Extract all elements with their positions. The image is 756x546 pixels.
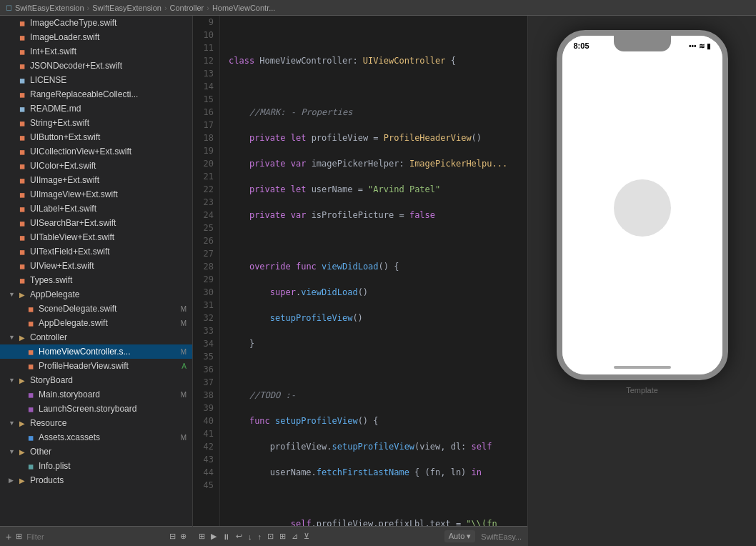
- file-MainStoryboard[interactable]: ◼ Main.storyboard M: [0, 387, 192, 402]
- folder-icon: ▶: [17, 475, 27, 485]
- group-products[interactable]: ▶ ▶ Products: [0, 473, 192, 487]
- swift-file-icon: ◼: [17, 247, 27, 257]
- editor-toolbar-icon-grid[interactable]: ⊞: [199, 532, 205, 541]
- file-JSONDecoderExt[interactable]: ◼ JSONDecoder+Ext.swift: [0, 59, 192, 73]
- group-name: StoryBoard: [30, 375, 73, 385]
- file-name: String+Ext.swift: [30, 118, 89, 128]
- file-Assets[interactable]: ◼ Assets.xcassets M: [0, 430, 192, 445]
- breadcrumb-bar: ◻ SwiftEasyExtension › SwiftEasyExtensio…: [0, 0, 756, 16]
- file-name: RangeReplaceableCollecti...: [30, 89, 138, 99]
- group-storyboard[interactable]: ▼ ▶ StoryBoard: [0, 373, 192, 387]
- editor-toolbar-icon-down[interactable]: ↓: [248, 532, 252, 541]
- file-name: ProfileHeaderView.swift: [39, 361, 129, 371]
- swift-file-icon: ◼: [17, 275, 27, 285]
- file-name: UICollectionView+Ext.swift: [30, 147, 131, 157]
- file-RangeReplace[interactable]: ◼ RangeReplaceableCollecti...: [0, 87, 192, 101]
- chevron-down-icon: ▼: [9, 334, 16, 341]
- file-SceneDelegate[interactable]: ◼ SceneDelegate.swift M: [0, 302, 192, 316]
- add-group-button[interactable]: ⊕: [180, 532, 186, 541]
- editor-toolbar-icon-up[interactable]: ↑: [258, 532, 262, 541]
- editor-toolbar-icon-filter[interactable]: ⊻: [304, 532, 309, 541]
- file-name: UIImage+Ext.swift: [30, 175, 99, 185]
- wifi-icon: ≋: [699, 42, 705, 50]
- swift-file-icon: ◼: [17, 118, 27, 128]
- file-IntExt[interactable]: ◼ Int+Ext.swift: [0, 44, 192, 59]
- file-name: UITextField+Ext.swift: [30, 247, 110, 257]
- file-README[interactable]: ◼ README.md: [0, 101, 192, 116]
- file-name: SceneDelegate.swift: [39, 304, 116, 314]
- swift-file-icon: ◼: [17, 161, 27, 171]
- auto-selector[interactable]: Auto ▾: [444, 530, 476, 542]
- file-InfoPlist[interactable]: ◼ Info.plist: [0, 459, 192, 473]
- file-name: UIImageView+Ext.swift: [30, 189, 118, 199]
- file-UIColorExt[interactable]: ◼ UIColor+Ext.swift: [0, 159, 192, 173]
- file-StringExt[interactable]: ◼ String+Ext.swift: [0, 116, 192, 130]
- file-UIImageExt[interactable]: ◼ UIImage+Ext.swift: [0, 173, 192, 187]
- folder-icon: ▶: [17, 418, 27, 428]
- breadcrumb-part-3: Controller: [170, 4, 204, 12]
- swift-file-icon: ◼: [17, 232, 27, 242]
- file-UITableViewExt[interactable]: ◼ UITableView+Ext.swift: [0, 230, 192, 244]
- file-HomeViewController[interactable]: ◼ HomeViewController.s... M: [0, 344, 192, 359]
- file-ImageCacheType[interactable]: ◼ ImageCacheType.swift: [0, 16, 192, 30]
- group-appdelegate[interactable]: ▼ ▶ AppDelegate: [0, 287, 192, 302]
- editor-toolbar-icon-pause[interactable]: ⏸: [222, 532, 230, 541]
- swift-file-icon: ◼: [17, 46, 27, 56]
- chevron-down-icon: ▼: [9, 448, 16, 455]
- group-name: Products: [30, 475, 64, 485]
- file-UICollectionViewExt[interactable]: ◼ UICollectionView+Ext.swift: [0, 144, 192, 159]
- editor-toolbar-icon-connect[interactable]: ⊞: [279, 532, 286, 541]
- group-resource[interactable]: ▼ ▶ Resource: [0, 416, 192, 430]
- swift-file-icon: ◼: [17, 132, 27, 142]
- file-ImageLoader[interactable]: ◼ ImageLoader.swift: [0, 30, 192, 44]
- folder-icon: ▶: [17, 447, 27, 457]
- file-UILabelExt[interactable]: ◼ UILabel+Ext.swift: [0, 202, 192, 216]
- line-numbers: 9 10 11 12 13 14 15 16 17 18 19 20 21 22…: [193, 16, 220, 526]
- iphone-notch: [614, 36, 671, 51]
- sort-button[interactable]: ⊟: [169, 532, 176, 541]
- file-UITextFieldExt[interactable]: ◼ UITextField+Ext.swift: [0, 244, 192, 259]
- file-ProfileHeaderView[interactable]: ◼ ProfileHeaderView.swift A: [0, 359, 192, 373]
- file-name: Assets.xcassets: [39, 432, 100, 442]
- editor-toolbar-icon-box[interactable]: ⊡: [267, 532, 274, 541]
- file-LICENSE[interactable]: ◼ LICENSE: [0, 73, 192, 87]
- editor-toolbar: ⊞ ▶ ⏸ ↩ ↓ ↑ ⊡ ⊞ ⊿ ⊻ Auto ▾ SwiftEasy...: [193, 526, 527, 546]
- add-file-button[interactable]: +: [6, 531, 11, 542]
- file-Types[interactable]: ◼ Types.swift: [0, 273, 192, 287]
- file-UISearchBarExt[interactable]: ◼ UISearchBar+Ext.swift: [0, 216, 192, 230]
- editor-toolbar-icon-arrow[interactable]: ⊿: [292, 532, 298, 541]
- group-controller[interactable]: ▼ ▶ Controller: [0, 330, 192, 344]
- swift-file-icon: ◼: [26, 347, 36, 357]
- file-name: ImageCacheType.swift: [30, 18, 116, 28]
- editor-toolbar-icon-back[interactable]: ↩: [236, 532, 242, 541]
- file-UIImageViewExt[interactable]: ◼ UIImageView+Ext.swift: [0, 187, 192, 202]
- folder-icon: ▶: [17, 375, 27, 385]
- simulator-panel: 8:05 ••• ≋ ▮ Template: [527, 16, 756, 546]
- filter-icon: ⊞: [16, 532, 22, 541]
- file-name: UISearchBar+Ext.swift: [30, 218, 116, 228]
- file-UIButtonExt[interactable]: ◼ UIButton+Ext.swift: [0, 130, 192, 144]
- modified-badge: M: [181, 305, 189, 313]
- simulator-label: Template: [626, 386, 658, 394]
- file-name: README.md: [30, 104, 81, 114]
- file-LaunchScreen[interactable]: ◼ LaunchScreen.storyboard: [0, 402, 192, 416]
- editor-toolbar-icon-run[interactable]: ▶: [211, 532, 217, 541]
- home-indicator: [614, 366, 671, 369]
- code-content[interactable]: class HomeViewController: UIViewControll…: [220, 16, 527, 526]
- home-bar: [562, 360, 722, 374]
- file-name: UIButton+Ext.swift: [30, 132, 100, 142]
- group-name: Other: [30, 447, 51, 457]
- file-navigator: ◼ ImageCacheType.swift ◼ ImageLoader.swi…: [0, 16, 193, 546]
- added-badge: A: [181, 362, 189, 370]
- file-AppDelegate[interactable]: ◼ AppDelegate.swift M: [0, 316, 192, 330]
- file-name: UIView+Ext.swift: [30, 261, 94, 271]
- swift-file-icon: ◼: [17, 32, 27, 42]
- file-UIViewExt[interactable]: ◼ UIView+Ext.swift: [0, 259, 192, 273]
- swift-file-icon: ◼: [26, 304, 36, 314]
- swift-file-icon: ◼: [17, 18, 27, 28]
- file-name: Types.swift: [30, 275, 72, 285]
- group-other[interactable]: ▼ ▶ Other: [0, 445, 192, 459]
- breadcrumb-part-1: SwiftEasyExtension: [15, 4, 84, 12]
- chevron-down-icon: ▼: [9, 420, 16, 427]
- swift-file-icon: ◼: [17, 261, 27, 271]
